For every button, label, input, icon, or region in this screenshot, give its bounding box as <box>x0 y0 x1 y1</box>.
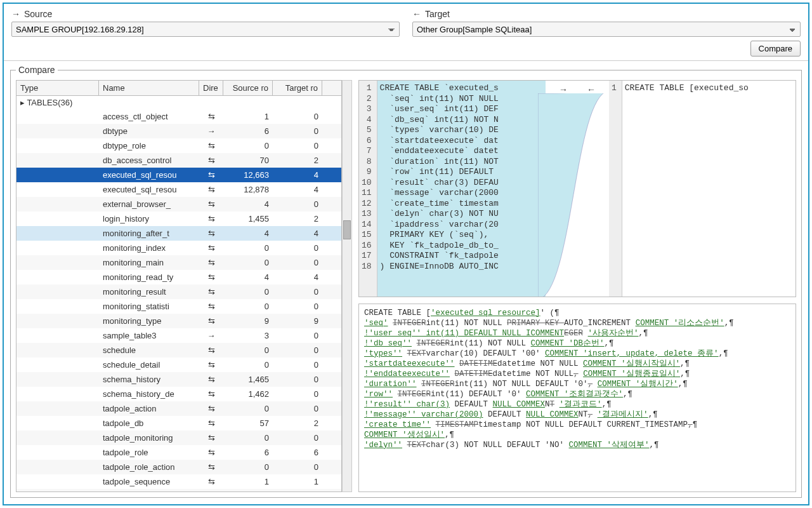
cell-source: 4 <box>223 227 273 239</box>
table-row[interactable]: monitoring_read_ty⇆44 <box>16 270 341 284</box>
col-type[interactable]: Type <box>16 81 99 95</box>
direction-icon: ⇆ <box>199 184 223 196</box>
cell-source: 1,465 <box>223 373 273 385</box>
direction-icon: ⇆ <box>199 286 223 298</box>
arrow-right-icon: → <box>11 9 20 19</box>
table-row[interactable]: tadpole_db⇆572 <box>16 416 341 431</box>
table-row[interactable]: tadpole_role⇆66 <box>16 445 341 460</box>
line-gutter-right: 1 <box>609 81 622 297</box>
target-select[interactable]: Other Group[Sample SQLiteaa] <box>412 22 801 37</box>
table-row[interactable]: external_browser_⇆40 <box>16 197 341 211</box>
cell-target: 2 <box>273 213 322 225</box>
table-row[interactable]: dbtype→60 <box>16 124 341 138</box>
cell-name: external_browser_ <box>99 198 199 210</box>
direction-icon: ⇆ <box>199 154 223 166</box>
cell-source: 0 <box>223 403 273 415</box>
table-row[interactable]: access_ctl_object⇆10 <box>16 109 341 124</box>
direction-icon: ⇆ <box>199 359 223 371</box>
cell-target: 0 <box>273 373 322 385</box>
col-dire[interactable]: Dire <box>199 81 223 95</box>
scrollbar-thumb[interactable] <box>343 220 351 239</box>
table-row[interactable]: login_history⇆1,4552 <box>16 211 341 226</box>
direction-icon: ⇆ <box>199 315 223 327</box>
cell-target: 4 <box>273 227 322 239</box>
col-name[interactable]: Name <box>99 81 199 95</box>
table-row[interactable]: monitoring_main⇆00 <box>16 255 341 270</box>
table-row[interactable]: executed_sql_resou⇆12,8784 <box>16 182 341 197</box>
table-row[interactable]: dbtype_role⇆00 <box>16 138 341 153</box>
table-row[interactable]: monitoring_statisti⇆00 <box>16 299 341 314</box>
cell-name: monitoring_after_t <box>99 227 199 239</box>
cell-source: 12,878 <box>223 184 273 196</box>
cell-name: db_access_control <box>99 154 199 166</box>
compare-legend: Compare <box>16 65 58 75</box>
cell-target: 0 <box>273 388 322 400</box>
direction-icon: ⇆ <box>199 432 223 444</box>
merge-pane[interactable]: CREATE TABLE ['executed_sql_resource]' (… <box>358 304 796 492</box>
table-row[interactable]: schedule⇆00 <box>16 343 341 358</box>
cell-name: dbtype_role <box>99 140 199 152</box>
code-right[interactable]: CREATE TABLE [executed_so <box>622 81 796 297</box>
direction-icon: ⇆ <box>199 140 223 152</box>
cell-target: 2 <box>273 154 322 166</box>
cell-target: 4 <box>273 169 322 181</box>
cell-source: 0 <box>223 286 273 298</box>
table-row[interactable]: monitoring_result⇆00 <box>16 284 341 299</box>
cell-target: 1 <box>273 490 322 491</box>
table-row[interactable]: tadpole_sequence⇆11 <box>16 474 341 489</box>
direction-icon: ⇆ <box>199 344 223 356</box>
table-row[interactable]: schema_history_de⇆1,4620 <box>16 387 341 401</box>
tree-root[interactable]: ▸ TABLES(36) <box>16 96 341 109</box>
direction-icon: → <box>199 125 223 137</box>
cell-source: 0 <box>223 242 273 254</box>
cell-name: schema_history <box>99 373 199 385</box>
table-row[interactable]: monitoring_index⇆00 <box>16 241 341 255</box>
cell-name: monitoring_read_ty <box>99 271 199 283</box>
cell-target: 0 <box>273 286 322 298</box>
cell-source: 0 <box>223 432 273 444</box>
cell-target: 0 <box>273 330 322 342</box>
source-select[interactable]: SAMPLE GROUP[192.168.29.128] <box>11 22 400 37</box>
table-row[interactable]: monitoring_type⇆99 <box>16 314 341 328</box>
direction-icon: ⇆ <box>199 227 223 239</box>
cell-source: 4 <box>223 271 273 283</box>
cell-target: 0 <box>273 359 322 371</box>
cell-source: 0 <box>223 359 273 371</box>
cell-name: monitoring_statisti <box>99 300 199 312</box>
col-target[interactable]: Target ro <box>273 81 322 95</box>
table-row[interactable]: tadpole_action⇆00 <box>16 401 341 416</box>
arrow-left-icon: ← <box>412 9 421 19</box>
cell-source: 57 <box>223 417 273 429</box>
cell-name: login_history <box>99 213 199 225</box>
compare-fieldset: Compare Type Name Dire Source ro Target … <box>10 65 802 498</box>
cell-name: schema_history_de <box>99 388 199 400</box>
cell-name: tadpole_system <box>99 490 199 491</box>
cell-name: executed_sql_resou <box>99 184 199 196</box>
cell-name: executed_sql_resou <box>99 169 199 181</box>
direction-icon: ⇆ <box>199 242 223 254</box>
table-row[interactable]: sample_table3→30 <box>16 328 341 343</box>
compare-button[interactable]: Compare <box>750 41 801 57</box>
cell-name: tadpole_role_action <box>99 461 199 473</box>
cell-target: 0 <box>273 257 322 269</box>
table-row[interactable]: tadpole_role_action⇆00 <box>16 460 341 474</box>
table-row[interactable]: db_access_control⇆702 <box>16 153 341 168</box>
cell-name: schedule_detail <box>99 359 199 371</box>
cell-source: 3 <box>223 330 273 342</box>
cell-name: tadpole_sequence <box>99 476 199 488</box>
cell-name: tadpole_db <box>99 417 199 429</box>
cell-source: 4 <box>223 198 273 210</box>
table-row[interactable]: monitoring_after_t⇆44 <box>16 226 341 241</box>
table-row[interactable]: executed_sql_resou⇆12,6634 <box>16 168 341 182</box>
vertical-scrollbar[interactable] <box>342 80 352 492</box>
table-row[interactable]: schedule_detail⇆00 <box>16 358 341 372</box>
cell-name: tadpole_role <box>99 446 199 458</box>
direction-icon: ⇆ <box>199 110 223 123</box>
col-source[interactable]: Source ro <box>223 81 273 95</box>
direction-icon: ⇆ <box>199 300 223 312</box>
direction-icon: ⇆ <box>199 257 223 269</box>
table-row[interactable]: schema_history⇆1,4650 <box>16 372 341 387</box>
table-row[interactable]: tadpole_system⇆11 <box>16 489 341 491</box>
code-left[interactable]: CREATE TABLE `executed_s `seq` int(11) N… <box>377 81 546 297</box>
table-row[interactable]: tadpole_monitoring⇆00 <box>16 431 341 445</box>
